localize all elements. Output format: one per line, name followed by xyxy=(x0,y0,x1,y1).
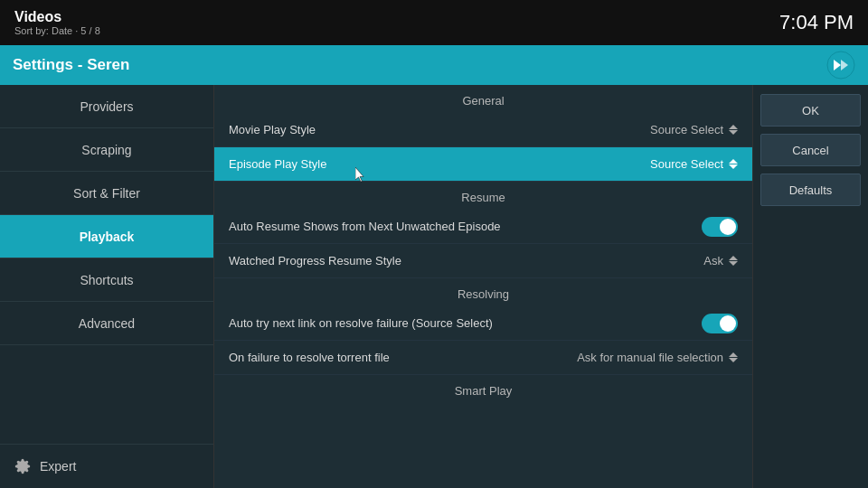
sidebar-bottom: Expert xyxy=(0,444,213,488)
row-watched-progress[interactable]: Watched Progress Resume Style Ask xyxy=(214,244,752,278)
expert-item[interactable]: Expert xyxy=(0,445,213,488)
sidebar: Providers Scraping Sort & Filter Playbac… xyxy=(0,85,214,488)
expert-label: Expert xyxy=(40,459,76,474)
row-right: Source Select xyxy=(650,123,738,136)
row-episode-play-style[interactable]: Episode Play Style Source Select xyxy=(214,147,752,182)
top-bar: Videos Sort by: Date · 5 / 8 7:04 PM xyxy=(0,0,868,45)
row-movie-play-style[interactable]: Movie Play Style Source Select xyxy=(214,113,752,147)
chevron-up-icon xyxy=(729,256,738,260)
row-label: Watched Progress Resume Style xyxy=(229,254,703,267)
row-label: Episode Play Style xyxy=(229,157,650,171)
settings-title: Settings - Seren xyxy=(13,56,129,74)
sidebar-item-sort-filter[interactable]: Sort & Filter xyxy=(0,172,213,215)
chevrons xyxy=(729,125,738,135)
row-value: Source Select xyxy=(650,157,723,171)
chevron-up-icon xyxy=(729,352,738,357)
sidebar-item-scraping[interactable]: Scraping xyxy=(0,128,213,172)
sidebar-item-advanced[interactable]: Advanced xyxy=(0,302,213,345)
app-title: Videos xyxy=(14,9,100,25)
row-right: Ask xyxy=(703,254,738,267)
auto-resume-toggle[interactable] xyxy=(702,217,738,237)
defaults-button[interactable]: Defaults xyxy=(760,174,861,206)
row-auto-resume[interactable]: Auto Resume Shows from Next Unwatched Ep… xyxy=(214,210,752,244)
row-right xyxy=(702,217,738,237)
sort-info: Sort by: Date · 5 / 8 xyxy=(14,25,100,36)
row-right xyxy=(702,314,738,333)
row-value: Ask xyxy=(703,254,723,267)
row-label: Auto Resume Shows from Next Unwatched Ep… xyxy=(229,220,702,233)
row-on-failure-torrent[interactable]: On failure to resolve torrent file Ask f… xyxy=(214,341,752,375)
top-bar-left: Videos Sort by: Date · 5 / 8 xyxy=(14,9,100,36)
clock: 7:04 PM xyxy=(779,11,854,34)
main-layout: Providers Scraping Sort & Filter Playbac… xyxy=(0,85,868,488)
cancel-button[interactable]: Cancel xyxy=(760,134,861,166)
chevron-down-icon xyxy=(729,261,738,266)
settings-header: Settings - Seren xyxy=(0,45,868,85)
row-auto-try-next[interactable]: Auto try next link on resolve failure (S… xyxy=(214,306,752,341)
chevrons xyxy=(729,159,738,169)
sidebar-item-playback[interactable]: Playback xyxy=(0,215,213,258)
row-right: Source Select xyxy=(650,157,738,171)
row-label: Movie Play Style xyxy=(229,123,650,136)
section-header-resolving: Resolving xyxy=(214,278,752,306)
row-label: On failure to resolve torrent file xyxy=(229,351,577,364)
chevrons xyxy=(729,256,738,266)
chevron-down-icon xyxy=(729,358,738,362)
row-value: Source Select xyxy=(650,123,723,136)
section-header-general: General xyxy=(214,85,752,113)
right-panel: OK Cancel Defaults xyxy=(752,85,868,488)
chevron-up-icon xyxy=(729,159,738,164)
chevron-down-icon xyxy=(729,130,738,135)
sidebar-item-shortcuts[interactable]: Shortcuts xyxy=(0,258,213,302)
chevron-up-icon xyxy=(729,125,738,129)
toggle-knob xyxy=(720,219,736,235)
content-area: General Movie Play Style Source Select E… xyxy=(214,85,752,488)
row-right: Ask for manual file selection xyxy=(577,351,738,364)
row-value: Ask for manual file selection xyxy=(577,351,723,364)
section-header-smart-play: Smart Play xyxy=(214,375,752,403)
chevron-down-icon xyxy=(729,164,738,169)
row-label: Auto try next link on resolve failure (S… xyxy=(229,316,702,330)
ok-button[interactable]: OK xyxy=(760,94,861,127)
chevrons xyxy=(729,352,738,362)
toggle-knob xyxy=(720,315,736,332)
auto-try-toggle[interactable] xyxy=(702,314,738,333)
sidebar-item-providers[interactable]: Providers xyxy=(0,85,213,128)
gear-icon xyxy=(14,458,31,474)
kodi-icon xyxy=(826,51,855,80)
section-header-resume: Resume xyxy=(214,182,752,210)
